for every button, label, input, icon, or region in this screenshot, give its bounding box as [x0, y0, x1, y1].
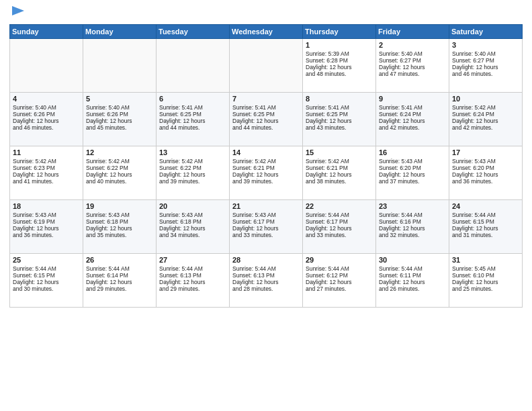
day-detail: Sunrise: 5:44 AM: [306, 265, 373, 272]
day-detail: Sunset: 6:27 PM: [452, 57, 519, 64]
day-detail: Daylight: 12 hours: [232, 118, 300, 124]
day-number: 11: [13, 148, 80, 156]
day-detail: and 31 minutes.: [452, 232, 519, 238]
day-detail: Sunset: 6:26 PM: [86, 111, 153, 118]
day-detail: Sunset: 6:14 PM: [86, 272, 153, 279]
calendar-cell: 24Sunrise: 5:44 AMSunset: 6:15 PMDayligh…: [449, 199, 523, 253]
day-detail: Sunrise: 5:44 AM: [13, 265, 80, 272]
calendar-cell: 5Sunrise: 5:40 AMSunset: 6:26 PMDaylight…: [83, 92, 157, 146]
day-number: 8: [306, 95, 373, 103]
day-detail: Daylight: 12 hours: [86, 225, 153, 232]
day-number: 1: [306, 41, 373, 49]
calendar-week-5: 25Sunrise: 5:44 AMSunset: 6:15 PMDayligh…: [10, 253, 523, 307]
svg-marker-0: [12, 6, 24, 15]
day-detail: Sunrise: 5:44 AM: [232, 265, 300, 272]
day-detail: Daylight: 12 hours: [13, 118, 80, 124]
calendar-week-1: 1Sunrise: 5:39 AMSunset: 6:28 PMDaylight…: [10, 38, 523, 92]
day-detail: and 41 minutes.: [13, 178, 80, 185]
header-cell-thursday: Thursday: [303, 24, 376, 38]
day-number: 22: [306, 202, 373, 210]
logo: [9, 7, 26, 20]
day-detail: and 48 minutes.: [306, 71, 373, 77]
day-detail: and 27 minutes.: [306, 285, 373, 292]
calendar-cell: 6Sunrise: 5:41 AMSunset: 6:25 PMDaylight…: [157, 92, 230, 146]
day-detail: Sunset: 6:18 PM: [86, 218, 153, 225]
day-detail: and 33 minutes.: [232, 232, 300, 238]
day-detail: Sunrise: 5:44 AM: [159, 265, 226, 272]
day-detail: and 35 minutes.: [86, 232, 153, 238]
calendar-cell: 8Sunrise: 5:41 AMSunset: 6:25 PMDaylight…: [303, 92, 376, 146]
day-detail: Sunset: 6:25 PM: [306, 111, 373, 118]
day-number: 14: [232, 148, 300, 156]
day-detail: Daylight: 12 hours: [232, 279, 300, 285]
day-detail: and 42 minutes.: [379, 124, 446, 131]
day-detail: and 25 minutes.: [452, 285, 519, 292]
day-detail: Sunset: 6:25 PM: [159, 111, 226, 118]
day-detail: Sunrise: 5:40 AM: [13, 104, 80, 111]
day-detail: and 46 minutes.: [452, 71, 519, 77]
day-detail: Sunset: 6:26 PM: [13, 111, 80, 118]
day-detail: Daylight: 12 hours: [232, 225, 300, 232]
day-number: 26: [86, 256, 153, 264]
day-detail: Sunrise: 5:42 AM: [306, 158, 373, 165]
day-detail: Sunset: 6:18 PM: [159, 218, 226, 225]
day-number: 16: [379, 148, 446, 156]
day-detail: Daylight: 12 hours: [452, 171, 519, 178]
day-detail: and 33 minutes.: [306, 232, 373, 238]
day-detail: Sunset: 6:22 PM: [86, 165, 153, 171]
day-detail: Daylight: 12 hours: [13, 171, 80, 178]
calendar-cell: 14Sunrise: 5:42 AMSunset: 6:21 PMDayligh…: [230, 146, 303, 199]
day-detail: Sunrise: 5:40 AM: [379, 50, 446, 57]
day-detail: and 40 minutes.: [86, 178, 153, 185]
day-detail: Sunset: 6:13 PM: [159, 272, 226, 279]
day-number: 17: [452, 148, 519, 156]
day-detail: Sunrise: 5:42 AM: [159, 158, 226, 165]
day-detail: Sunrise: 5:43 AM: [232, 212, 300, 218]
day-detail: Daylight: 12 hours: [452, 279, 519, 285]
day-detail: Sunrise: 5:43 AM: [86, 212, 153, 218]
day-number: 6: [159, 95, 226, 103]
day-detail: Sunrise: 5:43 AM: [452, 158, 519, 165]
day-detail: Daylight: 12 hours: [13, 225, 80, 232]
header-cell-monday: Monday: [83, 24, 157, 38]
day-detail: Sunset: 6:21 PM: [306, 165, 373, 171]
day-detail: Daylight: 12 hours: [306, 171, 373, 178]
calendar-cell: 2Sunrise: 5:40 AMSunset: 6:27 PMDaylight…: [376, 38, 449, 92]
day-number: 4: [13, 95, 80, 103]
day-detail: Sunrise: 5:44 AM: [306, 212, 373, 218]
day-number: 23: [379, 202, 446, 210]
day-detail: Sunrise: 5:42 AM: [452, 104, 519, 111]
day-detail: and 30 minutes.: [13, 285, 80, 292]
day-detail: Daylight: 12 hours: [159, 279, 226, 285]
day-detail: Sunset: 6:13 PM: [232, 272, 300, 279]
day-number: 7: [232, 95, 300, 103]
day-number: 19: [86, 202, 153, 210]
day-detail: Sunset: 6:23 PM: [13, 165, 80, 171]
day-detail: and 36 minutes.: [13, 232, 80, 238]
day-detail: Sunset: 6:17 PM: [232, 218, 300, 225]
day-detail: Daylight: 12 hours: [379, 118, 446, 124]
day-detail: Daylight: 12 hours: [232, 171, 300, 178]
day-detail: Sunset: 6:15 PM: [13, 272, 80, 279]
day-detail: Daylight: 12 hours: [86, 279, 153, 285]
calendar-cell: [157, 38, 230, 92]
calendar-cell: 12Sunrise: 5:42 AMSunset: 6:22 PMDayligh…: [83, 146, 157, 199]
day-detail: Daylight: 12 hours: [452, 118, 519, 124]
calendar-cell: [230, 38, 303, 92]
calendar-week-4: 18Sunrise: 5:43 AMSunset: 6:19 PMDayligh…: [10, 199, 523, 253]
calendar-cell: 28Sunrise: 5:44 AMSunset: 6:13 PMDayligh…: [230, 253, 303, 307]
calendar-cell: 15Sunrise: 5:42 AMSunset: 6:21 PMDayligh…: [303, 146, 376, 199]
day-number: 3: [452, 41, 519, 49]
day-detail: and 29 minutes.: [159, 285, 226, 292]
calendar-cell: 1Sunrise: 5:39 AMSunset: 6:28 PMDaylight…: [303, 38, 376, 92]
day-detail: and 38 minutes.: [306, 178, 373, 185]
day-detail: Sunrise: 5:44 AM: [86, 265, 153, 272]
day-detail: Daylight: 12 hours: [159, 225, 226, 232]
day-detail: Daylight: 12 hours: [86, 171, 153, 178]
day-detail: and 37 minutes.: [379, 178, 446, 185]
day-number: 21: [232, 202, 300, 210]
day-detail: and 43 minutes.: [306, 124, 373, 131]
calendar-cell: 31Sunrise: 5:45 AMSunset: 6:10 PMDayligh…: [449, 253, 523, 307]
calendar-cell: 3Sunrise: 5:40 AMSunset: 6:27 PMDaylight…: [449, 38, 523, 92]
day-detail: Sunset: 6:28 PM: [306, 57, 373, 64]
